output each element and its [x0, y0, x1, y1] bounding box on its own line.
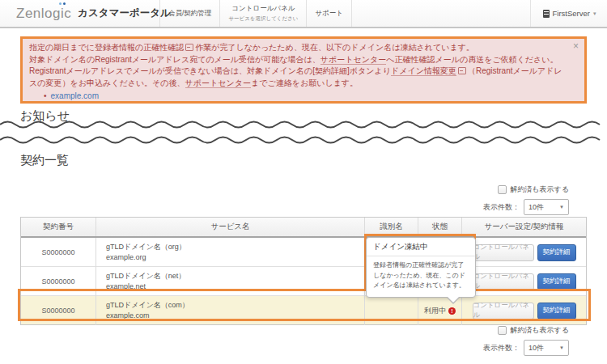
- show-cancelled-label[interactable]: 解約済も表示する: [510, 325, 569, 336]
- domain-info-change-link[interactable]: ドメイン情報変更: [391, 66, 456, 76]
- control-panel-button[interactable]: コントロールパネル: [473, 303, 534, 320]
- show-cancelled-checkbox[interactable]: [498, 326, 507, 335]
- alert-line-1: 指定の期日までに登録者情報の正確性確認作業が完了しなかったため、現在、以下のドメ…: [29, 42, 563, 54]
- close-icon[interactable]: ×: [573, 41, 579, 51]
- alert-text: へ正確性確認メールの再送をご依頼ください。: [386, 55, 558, 64]
- chevron-down-icon: ▾: [593, 11, 596, 17]
- chevron-down-icon: ▼: [559, 205, 564, 210]
- identifier-cell: [365, 296, 418, 325]
- col-header-service-name: サービス名: [96, 218, 365, 236]
- nav-item-membership[interactable]: 会員/契約管理: [159, 0, 219, 27]
- contract-detail-button[interactable]: 契約詳細: [537, 303, 576, 320]
- portal-title: カスタマーポータル: [78, 6, 171, 20]
- main-nav: 会員/契約管理 コントロールパネル サービスを選択してください サポート: [159, 0, 352, 27]
- list-controls-bottom: 解約済も表示する 表示件数： 10件 ▼: [326, 325, 569, 356]
- server-icon: [543, 10, 550, 18]
- control-panel-button[interactable]: コントロールパネル: [473, 273, 534, 290]
- page-size-row: 表示件数： 10件 ▼: [326, 340, 569, 356]
- col-header-contract-no: 契約番号: [21, 218, 96, 236]
- chevron-down-icon: ▼: [559, 345, 564, 350]
- alert-line-3: Registrantメールアドレスでメールが受信できない場合は、対象ドメイン名の…: [29, 66, 563, 89]
- tooltip-title: ドメイン凍結中: [367, 238, 475, 256]
- show-cancelled-label[interactable]: 解約済も表示する: [510, 184, 569, 195]
- support-center-link[interactable]: サポートセンター: [185, 78, 251, 88]
- contracts-section-title: 契約一覧: [20, 153, 69, 168]
- logo-letter-i: i: [61, 6, 64, 21]
- alert-text: 作業が完了しなかったため、現在、以下のドメイン名は凍結されています。: [195, 43, 474, 52]
- service-domain: example.net: [106, 281, 364, 292]
- alert-text: 指定の期日までに登録者情報の正確性確認: [29, 43, 184, 52]
- table-body: S0000000 gTLDドメイン名（org） example.org コントロ…: [21, 238, 586, 324]
- page-size-value: 10件: [528, 343, 544, 353]
- service-domain: example.org: [106, 252, 364, 263]
- service-domain: example.com: [106, 311, 364, 321]
- show-cancelled-row: 解約済も表示する: [326, 325, 569, 336]
- nav-sublabel: サービスを選択してください: [228, 15, 298, 23]
- contract-detail-button[interactable]: 契約詳細: [537, 244, 576, 261]
- torn-screenshot-waves: [0, 118, 607, 146]
- status-text: 利用中: [424, 306, 446, 316]
- nav-label: 会員/契約管理: [168, 9, 211, 19]
- contract-number: S0000000: [21, 238, 96, 267]
- show-cancelled-row: 解約済も表示する: [326, 184, 569, 195]
- tooltip-body: 登録者情報の正確性確認が完了しなかったため、現在、このドメイン名は凍結されていま…: [367, 256, 475, 297]
- frozen-domain-list-item: •example.com: [29, 91, 563, 103]
- nav-label: コントロールパネル: [231, 4, 295, 14]
- tooltip-arrow: [446, 297, 461, 304]
- frozen-domain-link[interactable]: example.com: [51, 91, 99, 100]
- actions-cell: コントロールパネル 契約詳細: [462, 296, 586, 325]
- logo-dots-icon: [59, 2, 66, 5]
- contract-detail-button[interactable]: 契約詳細: [537, 273, 576, 290]
- domain-frozen-tooltip: ドメイン凍結中 登録者情報の正確性確認が完了しなかったため、現在、このドメイン名…: [366, 237, 476, 298]
- alert-line-2: 対象ドメイン名のRegistrantメールアドレス宛てのメール受信が可能な場合は…: [29, 54, 563, 66]
- alert-text: 対象ドメイン名のRegistrantメールアドレス宛てのメール受信が可能な場合は…: [29, 55, 320, 64]
- customer-portal-screen: Zenlogic カスタマーポータル 会員/契約管理 コントロールパネル サービ…: [0, 0, 607, 364]
- nav-item-control-panel[interactable]: コントロールパネル サービスを選択してください: [219, 0, 306, 27]
- support-center-link[interactable]: サポートセンター: [320, 55, 386, 65]
- logo-wordmark: Zenlogic: [16, 6, 71, 22]
- list-controls-top: 解約済も表示する 表示件数： 10件 ▼: [326, 184, 569, 215]
- col-header-server-settings: サーバー設定/契約情報: [462, 218, 586, 236]
- logo-text-post: c: [64, 6, 71, 21]
- top-navigation-bar: Zenlogic カスタマーポータル 会員/契約管理 コントロールパネル サービ…: [0, 0, 607, 28]
- page-size-value: 10件: [528, 202, 544, 213]
- service-type: gTLDドメイン名（net）: [106, 271, 364, 281]
- page-size-row: 表示件数： 10件 ▼: [326, 199, 569, 215]
- account-name: FirstServer: [553, 9, 590, 18]
- table-row-com-highlighted: S0000000 gTLDドメイン名（com） example.com 利用中 …: [21, 295, 586, 324]
- control-panel-button[interactable]: コントロールパネル: [473, 244, 534, 261]
- page-size-label: 表示件数：: [483, 343, 520, 353]
- actions-cell: コントロールパネル 契約詳細: [462, 267, 586, 296]
- service-name-cell: gTLDドメイン名（net） example.net: [96, 267, 365, 296]
- show-cancelled-checkbox[interactable]: [498, 185, 507, 194]
- contract-number: S0000000: [21, 267, 96, 296]
- alert-text: までご連絡をお願いします。: [251, 78, 358, 87]
- alert-text: Registrantメールアドレスでメールが受信できない場合は、対象ドメイン名の…: [29, 66, 391, 75]
- contracts-table: 契約番号 サービス名 識別名 状態 サーバー設定/契約情報 S0000000 g…: [20, 217, 587, 325]
- table-header-row: 契約番号 サービス名 識別名 状態 サーバー設定/契約情報: [21, 218, 586, 238]
- actions-cell: コントロールパネル 契約詳細: [462, 238, 586, 267]
- service-name-cell: gTLDドメイン名（com） example.com: [96, 296, 365, 325]
- alert-exclamation-icon[interactable]: !: [448, 307, 456, 315]
- table-row-net: S0000000 gTLDドメイン名（net） example.net コントロ…: [21, 266, 586, 295]
- service-type: gTLDドメイン名（org）: [106, 242, 364, 252]
- logo-text-pre: Zenlog: [16, 6, 61, 21]
- account-menu[interactable]: FirstServer ▾: [530, 0, 607, 27]
- col-header-identifier: 識別名: [365, 218, 418, 236]
- nav-item-support[interactable]: サポート: [306, 0, 352, 27]
- service-type: gTLDドメイン名（com）: [106, 300, 364, 311]
- contract-number: S0000000: [21, 296, 96, 325]
- page-size-select[interactable]: 10件 ▼: [524, 199, 569, 215]
- col-header-status: 状態: [418, 218, 462, 236]
- table-row-org: S0000000 gTLDドメイン名（org） example.org コントロ…: [21, 238, 586, 266]
- nav-label: サポート: [315, 9, 343, 19]
- domain-frozen-alert: × 指定の期日までに登録者情報の正確性確認作業が完了しなかったため、現在、以下の…: [20, 36, 587, 104]
- bullet-icon: •: [44, 91, 47, 100]
- service-name-cell: gTLDドメイン名（org） example.org: [96, 238, 365, 267]
- external-link-icon: [458, 67, 466, 74]
- zenlogic-logo[interactable]: Zenlogic カスタマーポータル: [16, 0, 171, 27]
- external-link-icon: [185, 44, 193, 51]
- page-size-select[interactable]: 10件 ▼: [524, 340, 569, 356]
- page-size-label: 表示件数：: [483, 202, 520, 213]
